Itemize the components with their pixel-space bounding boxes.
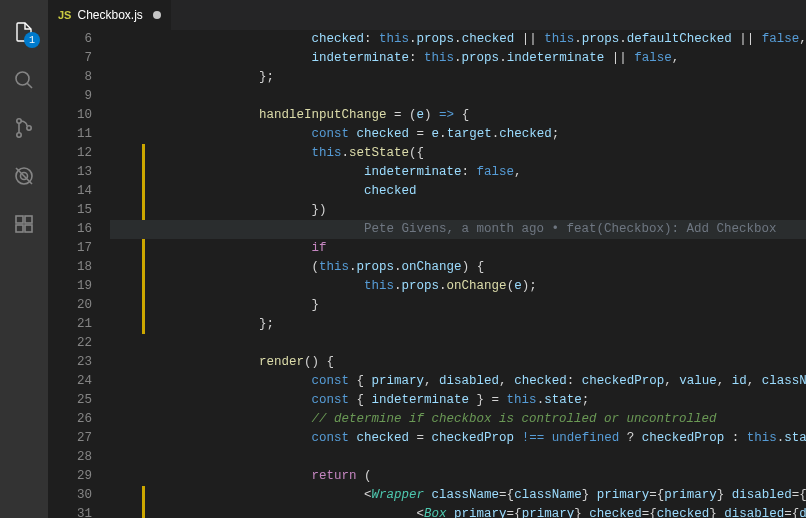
code-line: <Box primary={primary} checked={checked}… bbox=[154, 505, 806, 518]
line-number: 30 bbox=[48, 486, 92, 505]
svg-point-0 bbox=[16, 72, 29, 85]
line-number: 12 bbox=[48, 144, 92, 163]
tab-bar: JS Checkbox.js bbox=[48, 0, 806, 30]
source-control-icon[interactable] bbox=[0, 104, 48, 152]
line-number: 26 bbox=[48, 410, 92, 429]
code-line: render() { bbox=[154, 353, 806, 372]
code-line: return ( bbox=[154, 467, 806, 486]
code-line: }; bbox=[154, 68, 806, 87]
line-number: 8 bbox=[48, 68, 92, 87]
code-content[interactable]: checked: this.props.checked || this.prop… bbox=[110, 30, 806, 518]
line-number: 7 bbox=[48, 49, 92, 68]
search-icon[interactable] bbox=[0, 56, 48, 104]
line-number: 14 bbox=[48, 182, 92, 201]
code-editor[interactable]: 6789101112131415161718192021222324252627… bbox=[48, 30, 806, 518]
dirty-indicator-icon bbox=[153, 11, 161, 19]
svg-rect-11 bbox=[25, 216, 32, 223]
line-number: 9 bbox=[48, 87, 92, 106]
code-line: checked: this.props.checked || this.prop… bbox=[154, 30, 806, 49]
svg-rect-10 bbox=[25, 225, 32, 232]
line-number: 6 bbox=[48, 30, 92, 49]
line-number-gutter: 6789101112131415161718192021222324252627… bbox=[48, 30, 110, 518]
code-line: this.setState({ bbox=[154, 144, 806, 163]
editor-group: JS Checkbox.js 6789101112131415161718192… bbox=[48, 0, 806, 518]
code-line: // determine if checkbox is controlled o… bbox=[154, 410, 806, 429]
line-number: 20 bbox=[48, 296, 92, 315]
line-number: 28 bbox=[48, 448, 92, 467]
code-line: indeterminate: this.props.indeterminate … bbox=[154, 49, 806, 68]
code-line: }) bbox=[154, 201, 806, 220]
code-line: const checked = checkedProp !== undefine… bbox=[154, 429, 806, 448]
line-number: 17 bbox=[48, 239, 92, 258]
code-line: const { indeterminate } = this.state; bbox=[154, 391, 806, 410]
debug-icon[interactable] bbox=[0, 152, 48, 200]
code-line: }; bbox=[154, 315, 806, 334]
code-line: if bbox=[154, 239, 806, 258]
line-number: 27 bbox=[48, 429, 92, 448]
explorer-badge: 1 bbox=[24, 32, 40, 48]
svg-point-3 bbox=[17, 133, 21, 137]
tab-filename: Checkbox.js bbox=[77, 8, 142, 22]
code-line bbox=[154, 334, 806, 353]
line-number: 18 bbox=[48, 258, 92, 277]
svg-point-4 bbox=[27, 126, 31, 130]
code-line: checked bbox=[154, 182, 806, 201]
line-number: 31 bbox=[48, 505, 92, 518]
javascript-file-icon: JS bbox=[58, 9, 71, 21]
svg-rect-8 bbox=[16, 216, 23, 223]
svg-point-2 bbox=[17, 119, 21, 123]
code-line: (this.props.onChange) { bbox=[154, 258, 806, 277]
code-line: const { primary, disabled, checked: chec… bbox=[154, 372, 806, 391]
line-number: 22 bbox=[48, 334, 92, 353]
line-number: 13 bbox=[48, 163, 92, 182]
code-line: handleInputChange = (e) => { bbox=[154, 106, 806, 125]
line-number: 29 bbox=[48, 467, 92, 486]
code-line bbox=[154, 87, 806, 106]
activity-bar: 1 bbox=[0, 0, 48, 518]
code-line: const checked = e.target.checked; bbox=[154, 125, 806, 144]
code-line: <Wrapper className={className} primary={… bbox=[154, 486, 806, 505]
extensions-icon[interactable] bbox=[0, 200, 48, 248]
code-line: indeterminate: false, bbox=[154, 163, 806, 182]
svg-rect-9 bbox=[16, 225, 23, 232]
tab-checkbox-js[interactable]: JS Checkbox.js bbox=[48, 0, 172, 30]
line-number: 11 bbox=[48, 125, 92, 144]
line-number: 21 bbox=[48, 315, 92, 334]
code-line: Pete Givens, a month ago • feat(Checkbox… bbox=[110, 220, 806, 239]
line-number: 16 bbox=[48, 220, 92, 239]
svg-line-1 bbox=[27, 83, 32, 88]
line-number: 24 bbox=[48, 372, 92, 391]
line-number: 23 bbox=[48, 353, 92, 372]
explorer-icon[interactable]: 1 bbox=[0, 8, 48, 56]
code-line bbox=[154, 448, 806, 467]
code-line: this.props.onChange(e); bbox=[154, 277, 806, 296]
line-number: 19 bbox=[48, 277, 92, 296]
line-number: 25 bbox=[48, 391, 92, 410]
line-number: 15 bbox=[48, 201, 92, 220]
code-line: } bbox=[154, 296, 806, 315]
line-number: 10 bbox=[48, 106, 92, 125]
